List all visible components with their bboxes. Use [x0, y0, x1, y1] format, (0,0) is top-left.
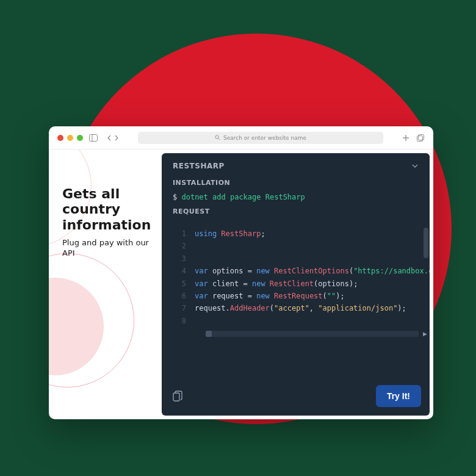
code-line: 5var client = new RestClient(options);: [173, 278, 430, 290]
tabs-icon[interactable]: [416, 134, 425, 142]
svg-rect-0: [90, 134, 98, 141]
code-line: 8: [173, 315, 430, 327]
code-line: 6var request = new RestRequest("");: [173, 290, 430, 302]
code-line: 2: [173, 240, 430, 252]
svg-line-3: [218, 139, 220, 140]
installation-section: INSTALLATION $ dotnet add package RestSh…: [162, 179, 430, 207]
svg-rect-8: [173, 393, 179, 401]
install-cmd-text: dotnet add package RestSharp: [181, 193, 305, 201]
code-line: 4var options = new RestClientOptions("ht…: [173, 265, 430, 277]
scrollbar-vertical[interactable]: [424, 228, 428, 258]
code-line: 7request.AddHeader("accept", "applicatio…: [173, 302, 430, 314]
sidebar-toggle-icon[interactable]: [89, 134, 98, 142]
svg-rect-6: [419, 134, 424, 140]
hero-section: Gets all country information Plug and pa…: [49, 150, 162, 419]
scrollbar-horizontal[interactable]: ▶: [206, 331, 419, 337]
browser-chrome: Search or enter website name: [49, 126, 433, 150]
url-placeholder: Search or enter website name: [223, 135, 306, 141]
code-lines: 1using RestSharp; 2 3 4var options = new…: [173, 228, 430, 327]
code-line: 3: [173, 253, 430, 265]
new-tab-icon[interactable]: [402, 134, 410, 142]
browser-content: Gets all country information Plug and pa…: [49, 150, 433, 419]
code-panel: RESTSHARP INSTALLATION $ dotnet add pack…: [162, 153, 430, 416]
window-controls: [57, 135, 83, 141]
nav-arrows: [106, 134, 120, 142]
url-bar[interactable]: Search or enter website name: [138, 132, 383, 144]
panel-title: RESTSHARP: [173, 162, 225, 170]
install-command: $ dotnet add package RestSharp: [173, 193, 419, 201]
installation-label: INSTALLATION: [173, 179, 419, 187]
code-editor[interactable]: 1using RestSharp; 2 3 4var options = new…: [162, 228, 430, 377]
search-icon: [215, 135, 220, 140]
browser-window: Search or enter website name Gets all co…: [49, 126, 433, 419]
close-dot[interactable]: [57, 135, 63, 141]
maximize-dot[interactable]: [77, 135, 83, 141]
forward-icon[interactable]: [114, 134, 120, 142]
back-icon[interactable]: [106, 134, 112, 142]
request-label: REQUEST: [173, 207, 419, 215]
try-it-button[interactable]: Try It!: [376, 385, 421, 407]
minimize-dot[interactable]: [67, 135, 73, 141]
scroll-right-arrow[interactable]: ▶: [423, 331, 427, 337]
panel-header[interactable]: RESTSHARP: [162, 153, 430, 179]
panel-footer: Try It!: [162, 377, 430, 416]
svg-point-2: [215, 135, 218, 139]
svg-rect-7: [417, 135, 423, 141]
scrollbar-thumb[interactable]: [206, 331, 212, 337]
chevron-down-icon: [411, 164, 419, 168]
request-section: REQUEST: [162, 207, 430, 228]
copy-icon[interactable]: [173, 391, 182, 402]
decorative-ring: [49, 150, 92, 247]
toolbar-right: [402, 134, 425, 142]
prompt: $: [173, 193, 177, 201]
code-line: 1using RestSharp;: [173, 228, 430, 240]
